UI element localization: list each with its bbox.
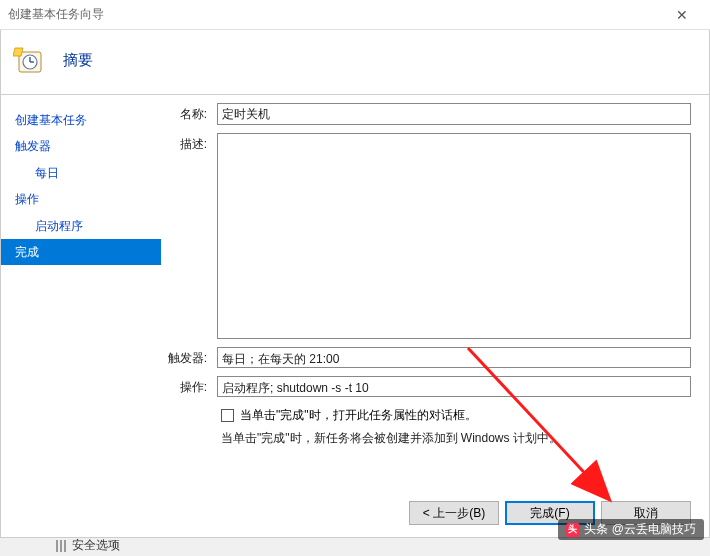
desc-label: 描述: xyxy=(161,133,207,153)
watermark-prefix: 头条 xyxy=(584,521,608,538)
wizard-clock-icon xyxy=(13,44,45,76)
name-label: 名称: xyxy=(161,103,207,123)
wizard-steps-sidebar: 创建基本任务 触发器 每日 操作 启动程序 完成 xyxy=(1,95,161,489)
watermark-logo-icon: 头 xyxy=(566,523,580,537)
watermark-text: @云丢电脑技巧 xyxy=(612,521,696,538)
description-textarea[interactable] xyxy=(217,133,691,339)
sidebar-item-trigger[interactable]: 触发器 xyxy=(1,133,161,159)
background-peek: 安全选项 xyxy=(56,537,120,554)
trigger-value[interactable]: 每日；在每天的 21:00 xyxy=(217,347,691,368)
close-icon[interactable]: ✕ xyxy=(662,7,702,23)
open-properties-label: 当单击"完成"时，打开此任务属性的对话框。 xyxy=(240,407,477,424)
action-label: 操作: xyxy=(161,376,207,396)
back-button[interactable]: < 上一步(B) xyxy=(409,501,499,525)
watermark: 头 头条 @云丢电脑技巧 xyxy=(558,519,704,540)
open-properties-checkbox[interactable] xyxy=(221,409,234,422)
name-input[interactable] xyxy=(217,103,691,125)
page-title: 摘要 xyxy=(63,51,93,70)
sidebar-item-create-task[interactable]: 创建基本任务 xyxy=(1,107,161,133)
sidebar-item-start-program[interactable]: 启动程序 xyxy=(1,213,161,239)
action-value[interactable]: 启动程序; shutdown -s -t 10 xyxy=(217,376,691,397)
sidebar-item-daily[interactable]: 每日 xyxy=(1,160,161,186)
finish-hint: 当单击"完成"时，新任务将会被创建并添加到 Windows 计划中。 xyxy=(217,430,691,447)
background-peek-label: 安全选项 xyxy=(72,537,120,554)
sidebar-item-action[interactable]: 操作 xyxy=(1,186,161,212)
trigger-label: 触发器: xyxy=(161,347,207,367)
svg-marker-4 xyxy=(13,48,23,56)
window-title: 创建基本任务向导 xyxy=(8,6,662,23)
sidebar-item-finish[interactable]: 完成 xyxy=(1,239,161,265)
